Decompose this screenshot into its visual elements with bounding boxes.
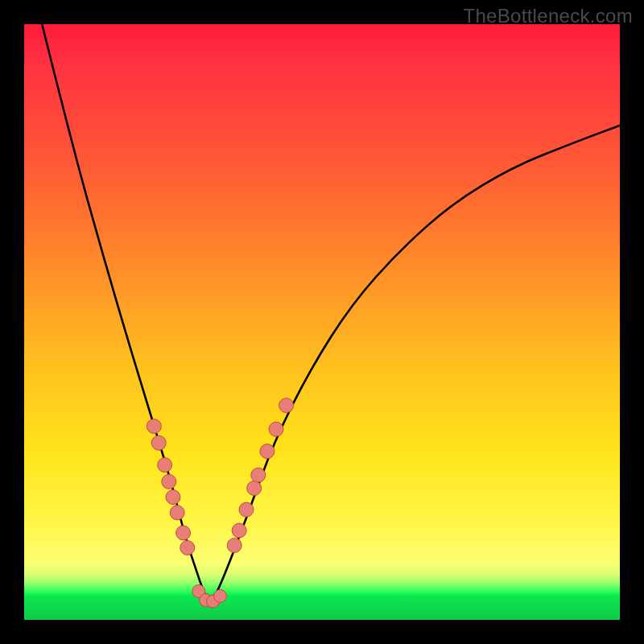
chart-frame: TheBottleneck.com [0, 0, 644, 644]
plot-area [24, 24, 620, 620]
highlight-dot [260, 444, 275, 459]
highlight-dot [176, 526, 191, 540]
highlight-dot [232, 523, 246, 538]
highlight-dots [147, 398, 293, 608]
highlight-dot [239, 502, 254, 517]
highlight-dot [279, 398, 294, 413]
highlight-dot [269, 422, 283, 436]
highlight-dot [251, 468, 266, 482]
highlight-dot [158, 458, 172, 473]
highlight-dot [166, 490, 180, 505]
highlight-dot [162, 474, 176, 489]
bottleneck-curve-svg [24, 24, 620, 620]
highlight-dot [170, 506, 184, 520]
highlight-dot [180, 540, 195, 555]
highlight-dot [247, 481, 262, 495]
highlight-dot [151, 436, 166, 450]
highlight-dot [227, 539, 242, 553]
bottleneck-curve [42, 24, 620, 600]
highlight-dot [147, 419, 161, 434]
highlight-dot [213, 589, 226, 602]
